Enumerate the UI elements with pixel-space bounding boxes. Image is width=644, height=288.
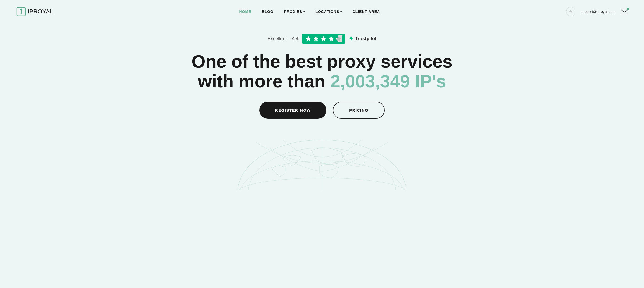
star-5-half [335,35,342,42]
trustpilot-stars [302,34,345,44]
register-now-button[interactable]: REGISTER NOW [259,102,327,119]
trustpilot-icon: ✦ [349,35,353,42]
nav-item-proxies[interactable]: PROXIES ▾ [284,9,305,14]
proxies-dropdown-icon: ▾ [303,10,305,13]
globe-illustration [230,137,414,190]
trustpilot-row: Excellent – 4.4 [267,34,377,44]
arrow-button[interactable] [566,7,575,16]
nav-item-locations[interactable]: LOCATIONS ▾ [315,9,342,14]
nav-link-home[interactable]: HOME [239,9,251,14]
nav-link-locations[interactable]: LOCATIONS ▾ [315,9,342,14]
nav-item-blog[interactable]: BLOG [262,9,273,14]
locations-dropdown-icon: ▾ [340,10,342,13]
nav-link-blog[interactable]: BLOG [262,9,273,14]
hero-section: Excellent – 4.4 [0,23,644,190]
notification-dot [627,8,629,10]
navbar: iPROYAL HOME BLOG PROXIES ▾ LOCATIONS ▾ … [0,0,644,23]
headline-part2: with more than [198,71,330,91]
nav-item-home[interactable]: HOME [239,9,251,14]
nav-right: support@iproyal.com [566,7,628,16]
hero-buttons: REGISTER NOW PRICING [259,102,385,119]
trustpilot-brand-name: Trustpilot [355,36,377,42]
star-4 [328,35,335,42]
arrow-right-icon [569,9,573,14]
logo[interactable]: iPROYAL [16,6,53,17]
logo-text: iPROYAL [28,8,53,15]
nav-link-client-area[interactable]: CLIENT AREA [353,9,380,14]
trustpilot-label: Excellent – 4.4 [267,36,299,42]
logo-icon [16,6,26,17]
star-2 [313,35,319,42]
pricing-button[interactable]: PRICING [333,102,385,119]
hero-headline: One of the best proxy services with more… [192,52,452,91]
star-3 [320,35,327,42]
support-email: support@iproyal.com [581,9,616,14]
trustpilot-brand: ✦ Trustpilot [349,35,377,42]
nav-links: HOME BLOG PROXIES ▾ LOCATIONS ▾ CLIENT A… [239,9,380,14]
star-1 [305,35,312,42]
nav-item-client-area[interactable]: CLIENT AREA [353,9,380,14]
headline-highlight: 2,003,349 IP's [330,71,446,91]
nav-link-proxies[interactable]: PROXIES ▾ [284,9,305,14]
email-icon-wrapper[interactable] [621,9,628,14]
globe-container [5,137,639,190]
headline-part1: One of the best proxy services [192,51,452,71]
